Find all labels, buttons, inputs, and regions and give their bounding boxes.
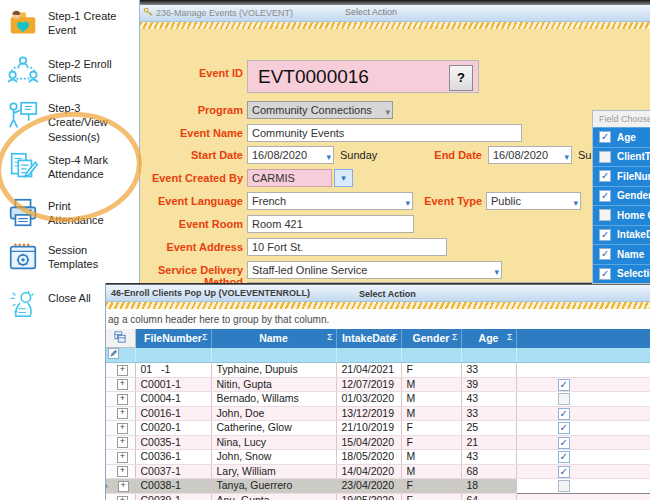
selection-checkbox[interactable] bbox=[558, 466, 570, 478]
expand-row-button[interactable]: + bbox=[117, 423, 128, 434]
column-header-gender[interactable]: GenderΣ bbox=[401, 329, 461, 348]
field-chooser-item-gender[interactable]: Gender bbox=[593, 186, 650, 206]
language-label: Event Language bbox=[140, 195, 243, 207]
start-date-combo[interactable]: 16/08/2020▾ bbox=[247, 146, 334, 164]
delivery-method-combo[interactable]: Staff-led Online Service▾ bbox=[247, 261, 502, 279]
field-chooser-item-name[interactable]: Name bbox=[593, 244, 650, 264]
table-row[interactable]: ✎+ C0036-1John, Snow 18/05/2020M 43 bbox=[106, 450, 650, 465]
window-title: 46-Enroll Clients Pop Up (VOLEVENTENROLL… bbox=[111, 288, 310, 298]
expand-row-button[interactable]: + bbox=[118, 481, 129, 492]
created-by-field[interactable]: CARMIS bbox=[247, 169, 332, 187]
filter-cell[interactable] bbox=[211, 348, 336, 363]
program-label: Program bbox=[140, 104, 243, 116]
event-type-combo[interactable]: Public▾ bbox=[486, 192, 581, 210]
sidebar-item-step4-mark-attendance[interactable]: Step-4 MarkAttendance bbox=[6, 150, 136, 188]
clients-grid: FileNumberΣ NameΣ IntakeDateΣ GenderΣ Ag… bbox=[106, 329, 650, 500]
enroll-clients-window: 46-Enroll Clients Pop Up (VOLEVENTENROLL… bbox=[105, 283, 650, 500]
select-action-menu[interactable]: Select Action bbox=[345, 7, 397, 17]
field-checkbox[interactable] bbox=[599, 131, 611, 143]
grid-filter-row bbox=[106, 348, 650, 363]
event-id-label: Event ID bbox=[140, 67, 243, 79]
sidebar-item-step1-create-event[interactable]: Step-1 CreateEvent bbox=[6, 6, 136, 44]
customize-grid-icon[interactable] bbox=[106, 329, 135, 348]
field-checkbox[interactable] bbox=[599, 209, 611, 221]
event-id-field[interactable]: EVT0000016 ? bbox=[247, 60, 479, 93]
expand-row-button[interactable]: + bbox=[117, 496, 128, 500]
expand-row-button[interactable]: + bbox=[117, 466, 128, 477]
table-row[interactable]: ✎+ C0016-1John, Doe 13/12/2019M 33 bbox=[106, 406, 650, 421]
sum-icon[interactable]: Σ bbox=[202, 332, 208, 342]
expand-row-button[interactable]: + bbox=[117, 452, 128, 463]
selection-checkbox[interactable] bbox=[558, 393, 570, 405]
field-chooser-item-clienttype[interactable]: ClientTy bbox=[593, 147, 650, 167]
field-checkbox[interactable] bbox=[599, 151, 611, 163]
column-header-name[interactable]: NameΣ bbox=[211, 329, 336, 348]
created-by-dropdown-button[interactable]: ▾ bbox=[334, 169, 353, 187]
event-id-value: EVT0000016 bbox=[248, 61, 478, 92]
expand-row-button[interactable]: + bbox=[117, 408, 128, 419]
chevron-down-icon: ▾ bbox=[385, 104, 390, 119]
field-chooser-item-filenumber[interactable]: FileNum bbox=[593, 166, 650, 186]
field-checkbox[interactable] bbox=[599, 268, 611, 280]
table-row[interactable]: ✎+ C0020-1Catherine, Glow 21/10/2019F 25 bbox=[106, 421, 650, 436]
sidebar-item-session-templates[interactable]: SessionTemplates bbox=[6, 240, 136, 278]
filter-cell[interactable] bbox=[336, 348, 401, 363]
table-row[interactable]: ✎+ C0037-1Lary, William 14/04/2020M 68 bbox=[106, 464, 650, 479]
mark-attendance-icon bbox=[6, 150, 48, 188]
column-header-intakedate[interactable]: IntakeDateΣ bbox=[336, 329, 401, 348]
selection-checkbox[interactable] bbox=[558, 422, 570, 434]
field-chooser-item-intakedate[interactable]: IntakeD bbox=[593, 225, 650, 245]
room-label: Event Room bbox=[140, 218, 243, 230]
selection-checkbox[interactable] bbox=[558, 451, 570, 463]
table-row[interactable]: ✎+ 01 -1Typhaine, Dupuis 21/04/2021F 33 bbox=[106, 363, 650, 378]
filter-edit-icon[interactable] bbox=[106, 348, 135, 363]
select-action-menu[interactable]: Select Action bbox=[359, 289, 416, 299]
table-row[interactable]: ✎+ C0038-1Tanya, Guerrero 23/04/2020F 18 bbox=[106, 479, 650, 494]
sum-icon[interactable]: Σ bbox=[327, 332, 333, 342]
selection-checkbox[interactable] bbox=[558, 480, 570, 492]
selection-checkbox[interactable] bbox=[558, 379, 570, 391]
field-checkbox[interactable] bbox=[599, 170, 611, 182]
event-id-help-button[interactable]: ? bbox=[449, 65, 473, 91]
sidebar-item-step3-create-view-sessions[interactable]: Step-3Create/ViewSession(s) bbox=[6, 98, 136, 144]
expand-row-button[interactable]: + bbox=[117, 379, 128, 390]
close-all-icon bbox=[6, 288, 48, 326]
start-date-label: Start Date bbox=[140, 149, 243, 161]
table-row[interactable]: ✎+ C0001-1Nitin, Gupta 12/07/2019M 39 bbox=[106, 377, 650, 392]
filter-cell[interactable] bbox=[516, 348, 650, 363]
room-input[interactable]: Room 421 bbox=[247, 215, 414, 233]
selection-checkbox[interactable] bbox=[558, 408, 570, 420]
selection-checkbox[interactable] bbox=[558, 437, 570, 449]
table-row[interactable]: ✎+ C0004-1Bernado, Willams 01/03/2020M 4… bbox=[106, 392, 650, 407]
column-header-age[interactable]: AgeΣ bbox=[461, 329, 516, 348]
field-chooser-item-selection[interactable]: Selectio bbox=[593, 264, 650, 284]
event-form: Event ID EVT0000016 ? Program Community … bbox=[140, 29, 650, 284]
filter-cell[interactable] bbox=[135, 348, 211, 363]
field-checkbox[interactable] bbox=[599, 248, 611, 260]
field-checkbox[interactable] bbox=[599, 190, 611, 202]
filter-cell[interactable] bbox=[461, 348, 516, 363]
app-root: { "colors":{"grid_header_blue":"#2E7DC2"… bbox=[0, 0, 650, 500]
field-chooser-item-age[interactable]: Age bbox=[593, 127, 650, 147]
expand-row-button[interactable]: + bbox=[117, 437, 128, 448]
manage-events-titlebar: 236-Manage Events (VOLEVENT) Select Acti… bbox=[140, 5, 650, 22]
expand-row-button[interactable]: + bbox=[117, 365, 128, 376]
sum-icon[interactable]: Σ bbox=[392, 332, 398, 342]
sidebar-item-print-attendance[interactable]: PrintAttendance bbox=[6, 196, 136, 234]
field-chooser-item-homecommunity[interactable]: Home C bbox=[593, 205, 650, 225]
table-row[interactable]: ✎+ C0039-1Anu, Gupta 19/05/2020F 64 bbox=[106, 493, 650, 500]
column-header-filenumber[interactable]: FileNumberΣ bbox=[135, 329, 211, 348]
field-checkbox[interactable] bbox=[599, 229, 611, 241]
sidebar-item-step2-enroll-clients[interactable]: Step-2 EnrollClients bbox=[6, 54, 136, 92]
sidebar-item-label: Step-2 EnrollClients bbox=[48, 54, 136, 86]
table-row[interactable]: ✎+ C0035-1Nina, Lucy 15/04/2020F 21 bbox=[106, 435, 650, 450]
event-name-input[interactable]: Community Events bbox=[247, 124, 522, 142]
address-input[interactable]: 10 Fort St. bbox=[247, 238, 447, 256]
sum-icon[interactable]: Σ bbox=[452, 332, 458, 342]
field-chooser-title: Field Chooser bbox=[593, 111, 650, 127]
filter-cell[interactable] bbox=[401, 348, 461, 363]
expand-row-button[interactable]: + bbox=[117, 394, 128, 405]
sum-icon[interactable]: Σ bbox=[507, 332, 513, 342]
end-date-combo[interactable]: 16/08/2020▾ bbox=[488, 146, 572, 164]
field-chooser-panel: Field Chooser Age ClientTy FileNum Gende… bbox=[592, 110, 650, 284]
